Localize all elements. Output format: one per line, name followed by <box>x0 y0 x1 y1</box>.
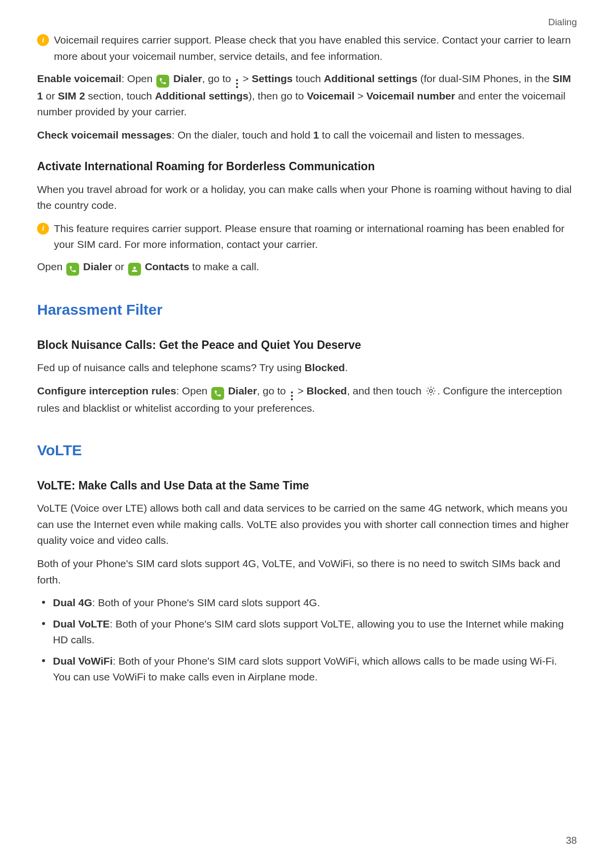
enable-voicemail-paragraph: Enable voicemail: Open Dialer, go to > S… <box>37 71 577 120</box>
volte-title: VoLTE <box>37 439 577 462</box>
dual-volte-label: Dual VoLTE <box>53 618 110 629</box>
dialer-app-label: Dialer <box>228 385 257 396</box>
page-number: 38 <box>566 833 577 848</box>
info-icon: i <box>37 34 49 46</box>
contacts-app-label: Contacts <box>145 261 189 272</box>
roaming-description: When you travel abroad for work or a hol… <box>37 182 577 214</box>
check-voicemail-paragraph: Check voicemail messages: On the dialer,… <box>37 127 577 144</box>
more-menu-icon <box>291 391 293 400</box>
roaming-open-paragraph: Open Dialer or Contacts to make a call. <box>37 259 577 276</box>
dialer-icon <box>156 75 169 88</box>
info-roaming-carrier: i This feature requires carrier support.… <box>37 221 577 253</box>
list-item: Dual 4G: Both of your Phone's SIM card s… <box>42 595 577 611</box>
blocked-label: Blocked <box>304 362 345 373</box>
harassment-filter-title: Harassment Filter <box>37 298 577 322</box>
dialer-icon <box>66 263 79 276</box>
info-voicemail-carrier: i Voicemail requires carrier support. Pl… <box>37 32 577 64</box>
configure-interception-label: Configure interception rules <box>37 385 176 396</box>
dual-vowifi-label: Dual VoWiFi <box>53 655 113 667</box>
dialer-app-label: Dialer <box>173 73 202 84</box>
dialer-icon <box>211 387 224 400</box>
more-menu-icon <box>236 79 238 88</box>
page-category: Dialing <box>37 15 577 29</box>
blocked-menu-label: Blocked <box>306 385 347 396</box>
dialer-app-label: Dialer <box>83 261 112 272</box>
dual-4g-label: Dual 4G <box>53 597 92 608</box>
additional-settings-label-2: Additional settings <box>155 90 248 101</box>
additional-settings-label: Additional settings <box>324 73 418 84</box>
volte-feature-list: Dual 4G: Both of your Phone's SIM card s… <box>37 595 577 685</box>
enable-voicemail-label: Enable voicemail <box>37 73 121 84</box>
configure-interception-paragraph: Configure interception rules: Open Diale… <box>37 383 577 417</box>
info-text: Voicemail requires carrier support. Plea… <box>54 32 577 64</box>
voicemail-number-label: Voicemail number <box>367 90 455 101</box>
check-voicemail-label: Check voicemail messages <box>37 129 172 141</box>
list-item: Dual VoLTE: Both of your Phone's SIM car… <box>42 616 577 648</box>
sim2-label: SIM 2 <box>58 90 85 101</box>
svg-point-0 <box>429 389 432 392</box>
block-nuisance-intro: Fed up of nuisance calls and telephone s… <box>37 360 577 376</box>
voicemail-label: Voicemail <box>307 90 355 101</box>
roaming-heading: Activate International Roaming for Borde… <box>37 158 577 176</box>
info-icon: i <box>37 223 49 235</box>
info-text: This feature requires carrier support. P… <box>54 221 577 253</box>
block-nuisance-heading: Block Nuisance Calls: Get the Peace and … <box>37 337 577 354</box>
volte-description-2: Both of your Phone's SIM card slots supp… <box>37 556 577 588</box>
contacts-icon <box>128 263 141 276</box>
volte-subheading: VoLTE: Make Calls and Use Data at the Sa… <box>37 477 577 495</box>
list-item: Dual VoWiFi: Both of your Phone's SIM ca… <box>42 653 577 685</box>
volte-description-1: VoLTE (Voice over LTE) allows both call … <box>37 500 577 549</box>
settings-gear-icon <box>425 386 436 396</box>
settings-label: Settings <box>252 73 293 84</box>
key-1-label: 1 <box>313 129 319 141</box>
